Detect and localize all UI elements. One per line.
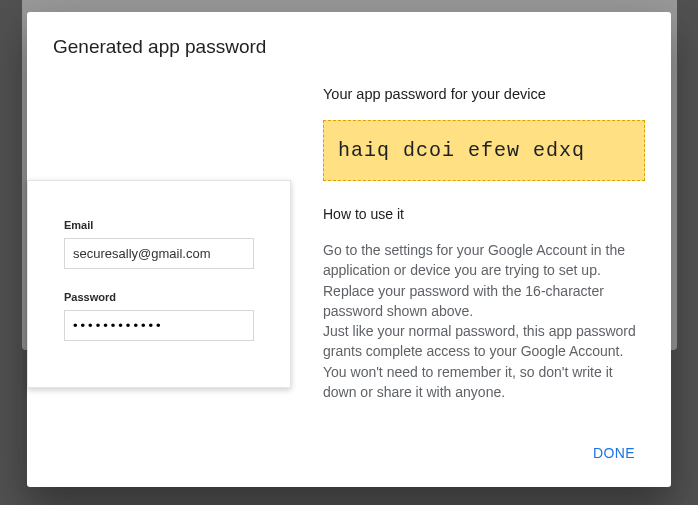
done-button[interactable]: DONE	[579, 437, 649, 469]
howto-heading: How to use it	[323, 206, 645, 222]
device-login-card: Email securesally@gmail.com Password •••…	[27, 180, 291, 388]
email-label: Email	[64, 219, 254, 231]
app-password-value: haiq dcoi efew edxq	[323, 120, 645, 181]
howto-paragraph-1: Go to the settings for your Google Accou…	[323, 242, 625, 319]
password-field-group: Password ••••••••••••	[64, 291, 254, 341]
email-field-group: Email securesally@gmail.com	[64, 219, 254, 269]
info-column: Your app password for your device haiq d…	[323, 86, 645, 402]
email-display: securesally@gmail.com	[64, 238, 254, 269]
dialog-content: Email securesally@gmail.com Password •••…	[53, 86, 645, 402]
dialog-title: Generated app password	[53, 36, 645, 58]
dialog-actions: DONE	[579, 437, 649, 469]
password-label: Password	[64, 291, 254, 303]
app-password-heading: Your app password for your device	[323, 86, 645, 102]
howto-text: Go to the settings for your Google Accou…	[323, 240, 645, 402]
device-illustration-column: Email securesally@gmail.com Password •••…	[33, 180, 291, 402]
password-masked-dots: ••••••••••••	[73, 319, 164, 332]
howto-paragraph-2: Just like your normal password, this app…	[323, 323, 636, 400]
app-password-dialog: Generated app password Email securesally…	[27, 12, 671, 487]
password-display: ••••••••••••	[64, 310, 254, 341]
